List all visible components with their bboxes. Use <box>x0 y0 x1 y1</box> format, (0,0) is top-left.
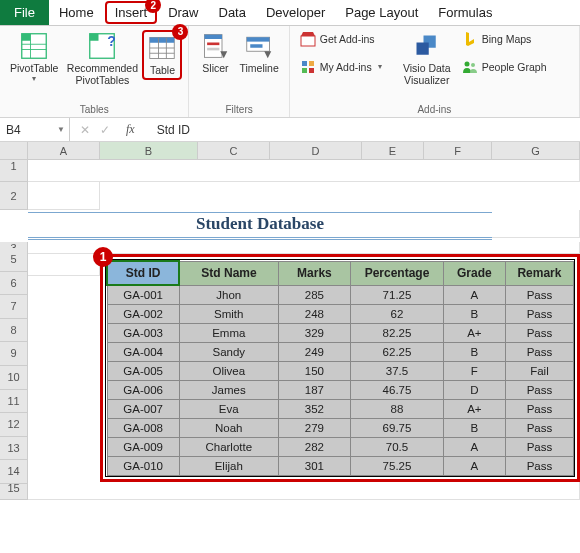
table-cell[interactable]: B <box>443 343 505 362</box>
table-cell[interactable]: Pass <box>505 400 573 419</box>
table-cell[interactable]: D <box>443 381 505 400</box>
table-cell[interactable]: A+ <box>443 400 505 419</box>
table-button[interactable]: 3 Table <box>142 30 182 80</box>
tab-pagelayout[interactable]: Page Layout <box>335 0 428 25</box>
table-cell[interactable]: GA-009 <box>107 438 179 457</box>
table-cell[interactable]: 352 <box>278 400 350 419</box>
table-cell[interactable]: A <box>443 438 505 457</box>
table-cell[interactable]: GA-003 <box>107 324 179 343</box>
row-head[interactable]: 12 <box>0 413 28 437</box>
table-cell[interactable]: GA-002 <box>107 305 179 324</box>
table-header[interactable]: Percentage <box>351 261 444 285</box>
col-head-F[interactable]: F <box>424 142 492 160</box>
table-cell[interactable]: GA-006 <box>107 381 179 400</box>
table-cell[interactable]: Smith <box>179 305 278 324</box>
table-cell[interactable]: GA-008 <box>107 419 179 438</box>
table-header[interactable]: Marks <box>278 261 350 285</box>
table-cell[interactable]: 82.25 <box>351 324 444 343</box>
col-head-B[interactable]: B <box>100 142 198 160</box>
col-head-G[interactable]: G <box>492 142 580 160</box>
fx-icon[interactable]: fx <box>120 122 141 137</box>
select-all-cell[interactable] <box>0 142 28 160</box>
col-head-A[interactable]: A <box>28 142 100 160</box>
table-cell[interactable]: 282 <box>278 438 350 457</box>
table-cell[interactable]: Noah <box>179 419 278 438</box>
table-cell[interactable]: 69.75 <box>351 419 444 438</box>
bing-maps-button[interactable]: Bing Maps <box>458 30 558 48</box>
row-head[interactable]: 14 <box>0 460 28 484</box>
row-head[interactable]: 2 <box>0 182 28 210</box>
row-head[interactable]: 8 <box>0 319 28 343</box>
table-cell[interactable]: Pass <box>505 343 573 362</box>
cell[interactable] <box>28 482 580 500</box>
row-head[interactable]: 15 <box>0 482 28 500</box>
table-cell[interactable]: GA-010 <box>107 457 179 476</box>
row-head[interactable]: 7 <box>0 295 28 319</box>
table-cell[interactable]: Elijah <box>179 457 278 476</box>
table-cell[interactable]: 187 <box>278 381 350 400</box>
timeline-button[interactable]: Timeline <box>235 30 282 76</box>
my-addins-button[interactable]: My Add-ins ▾ <box>296 58 396 76</box>
table-cell[interactable]: B <box>443 419 505 438</box>
tab-draw[interactable]: Draw <box>158 0 208 25</box>
table-cell[interactable]: 249 <box>278 343 350 362</box>
table-cell[interactable]: Pass <box>505 457 573 476</box>
table-cell[interactable]: Emma <box>179 324 278 343</box>
table-header[interactable]: Grade <box>443 261 505 285</box>
table-cell[interactable]: 279 <box>278 419 350 438</box>
table-cell[interactable]: Pass <box>505 285 573 305</box>
table-cell[interactable]: 285 <box>278 285 350 305</box>
table-cell[interactable]: Charlotte <box>179 438 278 457</box>
tab-developer[interactable]: Developer <box>256 0 335 25</box>
table-cell[interactable]: James <box>179 381 278 400</box>
cell[interactable] <box>492 210 580 238</box>
table-cell[interactable]: GA-001 <box>107 285 179 305</box>
tab-formulas[interactable]: Formulas <box>428 0 502 25</box>
tab-home[interactable]: Home <box>49 0 104 25</box>
row-head[interactable]: 1 <box>0 160 28 182</box>
tab-insert[interactable]: Insert 2 <box>105 1 158 24</box>
table-cell[interactable]: Pass <box>505 381 573 400</box>
pivottable-button[interactable]: PivotTable ▾ <box>6 30 62 85</box>
table-cell[interactable]: Sandy <box>179 343 278 362</box>
table-cell[interactable]: F <box>443 362 505 381</box>
table-cell[interactable]: Pass <box>505 324 573 343</box>
enter-icon[interactable]: ✓ <box>100 123 110 137</box>
table-header[interactable]: Std Name <box>179 261 278 285</box>
table-cell[interactable]: Pass <box>505 419 573 438</box>
table-cell[interactable]: B <box>443 305 505 324</box>
table-cell[interactable]: Olivea <box>179 362 278 381</box>
slicer-button[interactable]: Slicer <box>195 30 235 76</box>
visio-button[interactable]: Visio Data Visualizer <box>396 30 458 88</box>
table-header[interactable]: Remark <box>505 261 573 285</box>
recommended-pivot-button[interactable]: ? Recommended PivotTables <box>62 30 142 88</box>
table-cell[interactable]: GA-004 <box>107 343 179 362</box>
row-head[interactable]: 9 <box>0 342 28 366</box>
table-cell[interactable]: 150 <box>278 362 350 381</box>
table-cell[interactable]: 62.25 <box>351 343 444 362</box>
table-header[interactable]: Std ID <box>107 261 179 285</box>
table-cell[interactable]: GA-007 <box>107 400 179 419</box>
table-cell[interactable]: A+ <box>443 324 505 343</box>
people-graph-button[interactable]: People Graph <box>458 58 558 76</box>
cell[interactable] <box>28 182 100 210</box>
table-cell[interactable]: Fail <box>505 362 573 381</box>
row-head[interactable]: 11 <box>0 390 28 414</box>
table-cell[interactable]: A <box>443 457 505 476</box>
table-cell[interactable]: Jhon <box>179 285 278 305</box>
sheet-title[interactable]: Student Database <box>28 212 492 240</box>
table-cell[interactable]: Eva <box>179 400 278 419</box>
tab-data[interactable]: Data <box>209 0 256 25</box>
cell-A4[interactable] <box>28 254 100 276</box>
table-cell[interactable]: 62 <box>351 305 444 324</box>
col-head-C[interactable]: C <box>198 142 270 160</box>
table-cell[interactable]: 88 <box>351 400 444 419</box>
table-cell[interactable]: 70.5 <box>351 438 444 457</box>
table-cell[interactable]: 71.25 <box>351 285 444 305</box>
row-head[interactable]: 5 <box>0 248 28 272</box>
name-box[interactable]: B4 ▼ <box>0 118 70 141</box>
table-cell[interactable]: 37.5 <box>351 362 444 381</box>
col-head-D[interactable]: D <box>270 142 362 160</box>
col-head-E[interactable]: E <box>362 142 424 160</box>
table-cell[interactable]: 46.75 <box>351 381 444 400</box>
